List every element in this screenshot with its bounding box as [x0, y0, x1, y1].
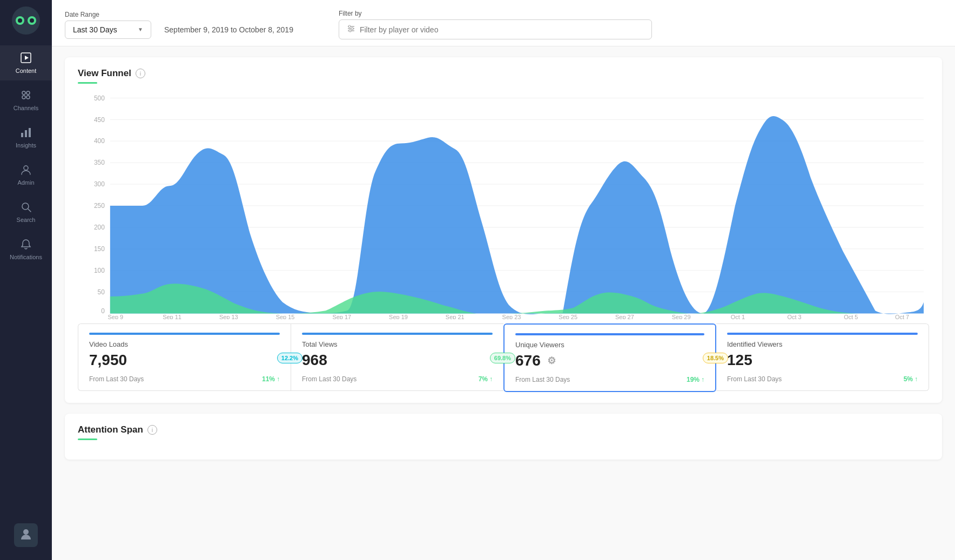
stat-card-total-views[interactable]: Total Views 968 From Last 30 Days 7% ↑ [291, 323, 503, 391]
sidebar-bottom [14, 517, 38, 554]
main-content: Date Range Last 30 Days ▼ September 9, 2… [52, 0, 955, 560]
sidebar-item-label-search: Search [17, 217, 36, 223]
svg-text:Sep 27: Sep 27 [615, 314, 634, 319]
connector-18-5: 18.5% [703, 353, 728, 363]
sidebar-item-label-insights: Insights [16, 142, 36, 149]
svg-point-5 [26, 96, 30, 99]
channels-icon [20, 89, 32, 103]
svg-text:Sep 15: Sep 15 [276, 314, 295, 319]
stat-card-identified-viewers-outer: Identified Viewers 125 From Last 30 Days… [716, 323, 929, 392]
funnel-chart: 500 450 400 350 300 250 200 150 100 50 0 [78, 92, 929, 319]
svg-rect-6 [21, 133, 23, 137]
svg-point-2 [22, 91, 25, 95]
svg-text:Sep 13: Sep 13 [219, 314, 238, 319]
svg-point-16 [348, 25, 351, 28]
svg-text:Oct 7: Oct 7 [895, 314, 909, 319]
svg-text:Sep 19: Sep 19 [389, 314, 408, 319]
logo-pupil-right [30, 18, 34, 23]
stat-card-unique-viewers[interactable]: Unique Viewers 676 ⚙ From Last 30 Days 1… [503, 323, 716, 392]
user-avatar[interactable] [14, 523, 38, 547]
content-area: View Funnel i [52, 46, 955, 560]
identified-viewers-change: 5% ↑ [904, 375, 918, 383]
sidebar-item-label-notifications: Notifications [10, 254, 42, 260]
identified-viewers-bar [727, 333, 918, 335]
svg-point-4 [22, 96, 25, 99]
sidebar-item-insights[interactable]: Insights [0, 120, 52, 155]
stat-card-video-loads-outer: Video Loads 7,950 From Last 30 Days 11% … [78, 323, 291, 392]
svg-text:450: 450 [94, 116, 105, 123]
svg-point-17 [351, 28, 353, 30]
svg-text:Sep 23: Sep 23 [502, 314, 521, 319]
view-funnel-header: View Funnel i [78, 68, 929, 79]
svg-text:0: 0 [101, 307, 105, 315]
svg-text:Sep 17: Sep 17 [332, 314, 351, 319]
search-icon [20, 201, 32, 214]
svg-point-18 [349, 30, 351, 32]
chart-area: 500 450 400 350 300 250 200 150 100 50 0 [78, 92, 929, 319]
sidebar-item-notifications[interactable]: Notifications [0, 232, 52, 267]
admin-icon [20, 164, 32, 177]
svg-text:Oct 5: Oct 5 [844, 314, 858, 319]
total-views-bar [302, 333, 493, 335]
notifications-icon [20, 238, 32, 252]
up-arrow-icon-3: ↑ [701, 376, 704, 383]
filter-group: Filter by [339, 10, 652, 39]
stat-card-total-views-outer: Total Views 968 From Last 30 Days 7% ↑ 6… [291, 323, 503, 392]
date-range-button[interactable]: Last 30 Days ▼ [65, 21, 151, 39]
svg-text:Sep 9: Sep 9 [108, 314, 124, 319]
svg-text:350: 350 [94, 159, 105, 166]
view-funnel-section: View Funnel i [65, 57, 942, 403]
total-views-value: 968 [302, 352, 493, 369]
identified-viewers-footer: From Last 30 Days 5% ↑ [727, 375, 918, 383]
video-loads-bar [89, 333, 280, 335]
logo-eye-right [28, 16, 36, 25]
logo-pupil-left [18, 18, 22, 23]
view-funnel-underline [78, 82, 97, 84]
sidebar-item-content[interactable]: Content [0, 45, 52, 80]
identified-viewers-from: From Last 30 Days [727, 375, 782, 383]
insights-icon [20, 126, 32, 140]
sidebar-item-search[interactable]: Search [0, 194, 52, 230]
svg-rect-8 [29, 128, 31, 137]
video-loads-footer: From Last 30 Days 11% ↑ [89, 375, 280, 383]
settings-icon[interactable]: ⚙ [547, 355, 556, 367]
svg-text:Sep 21: Sep 21 [446, 314, 465, 319]
date-range-group: Date Range Last 30 Days ▼ [65, 11, 151, 39]
date-display-spacer [164, 11, 293, 19]
view-funnel-title: View Funnel [78, 68, 131, 79]
stat-card-identified-viewers[interactable]: Identified Viewers 125 From Last 30 Days… [716, 323, 929, 391]
filter-input-wrap [339, 19, 652, 39]
attention-span-header: Attention Span i [78, 424, 929, 435]
date-display-group: September 9, 2019 to October 8, 2019 [164, 11, 293, 38]
logo-eyes [16, 16, 36, 25]
video-loads-label: Video Loads [89, 340, 280, 348]
up-arrow-icon: ↑ [277, 375, 280, 383]
svg-text:Sep 29: Sep 29 [672, 314, 691, 319]
view-funnel-info-icon[interactable]: i [136, 69, 145, 78]
logo[interactable] [12, 6, 40, 35]
date-range-display: September 9, 2019 to October 8, 2019 [164, 21, 293, 38]
svg-text:250: 250 [94, 202, 105, 210]
controls-bar: Date Range Last 30 Days ▼ September 9, 2… [52, 0, 955, 46]
attention-span-section: Attention Span i [65, 414, 942, 460]
attention-span-info-icon[interactable]: i [147, 425, 157, 435]
svg-marker-1 [25, 56, 29, 60]
svg-rect-7 [25, 130, 27, 137]
unique-viewers-value: 676 [515, 352, 541, 369]
filter-input[interactable] [360, 25, 644, 34]
stat-card-video-loads[interactable]: Video Loads 7,950 From Last 30 Days 11% … [78, 323, 291, 391]
svg-text:300: 300 [94, 180, 105, 188]
up-arrow-icon-2: ↑ [489, 375, 493, 383]
sidebar-nav: Content Channels [0, 45, 52, 517]
attention-span-underline [78, 438, 97, 440]
svg-text:200: 200 [94, 224, 105, 231]
unique-viewers-change: 19% ↑ [687, 376, 704, 383]
unique-viewers-from: From Last 30 Days [515, 376, 570, 383]
sidebar-item-label-admin: Admin [17, 179, 34, 186]
svg-text:150: 150 [94, 245, 105, 253]
sidebar-item-admin[interactable]: Admin [0, 157, 52, 192]
svg-point-3 [26, 91, 30, 95]
sidebar-item-channels[interactable]: Channels [0, 83, 52, 118]
sidebar: Content Channels [0, 0, 52, 560]
chevron-down-icon: ▼ [138, 26, 143, 32]
